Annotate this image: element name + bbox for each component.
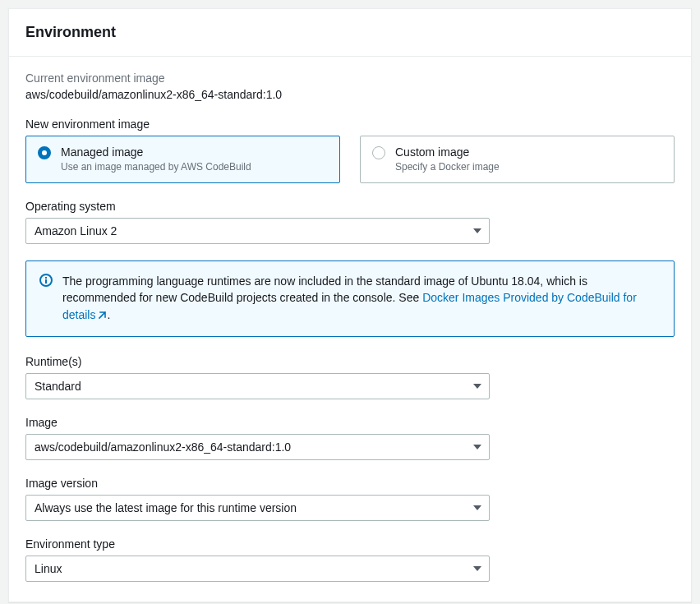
- image-version-select-value: Always use the latest image for this run…: [25, 495, 490, 521]
- image-group: Image aws/codebuild/amazonlinux2-x86_64-…: [25, 416, 675, 460]
- runtime-label: Runtime(s): [25, 355, 675, 368]
- custom-image-radio[interactable]: Custom image Specify a Docker image: [360, 136, 675, 183]
- env-type-label: Environment type: [25, 537, 675, 551]
- svg-rect-1: [45, 279, 47, 284]
- radio-indicator-icon: [38, 146, 51, 159]
- current-image-value: aws/codebuild/amazonlinux2-x86_64-standa…: [25, 88, 675, 101]
- new-image-group: New environment image Managed image Use …: [25, 118, 675, 183]
- panel-title: Environment: [25, 24, 675, 41]
- radio-indicator-icon: [372, 146, 385, 159]
- managed-image-radio[interactable]: Managed image Use an image managed by AW…: [25, 136, 340, 183]
- managed-image-sub: Use an image managed by AWS CodeBuild: [61, 161, 251, 173]
- env-type-group: Environment type Linux: [25, 537, 675, 582]
- os-label: Operating system: [25, 200, 675, 213]
- os-group: Operating system Amazon Linux 2: [25, 200, 675, 244]
- current-image-group: Current environment image aws/codebuild/…: [25, 71, 675, 101]
- os-select[interactable]: Amazon Linux 2: [25, 218, 490, 244]
- env-type-select-value: Linux: [25, 556, 490, 582]
- external-link-icon: [97, 308, 107, 325]
- custom-image-title: Custom image: [395, 145, 500, 159]
- image-version-group: Image version Always use the latest imag…: [25, 477, 675, 521]
- svg-rect-2: [45, 277, 47, 279]
- image-version-label: Image version: [25, 477, 675, 490]
- image-version-select[interactable]: Always use the latest image for this run…: [25, 495, 490, 521]
- env-type-select[interactable]: Linux: [25, 556, 490, 582]
- info-text-after: .: [107, 308, 110, 321]
- os-select-value: Amazon Linux 2: [25, 218, 490, 244]
- image-select[interactable]: aws/codebuild/amazonlinux2-x86_64-standa…: [25, 434, 490, 460]
- managed-image-title: Managed image: [61, 145, 251, 159]
- runtime-select-value: Standard: [25, 373, 490, 399]
- new-image-label: New environment image: [25, 118, 675, 131]
- image-label: Image: [25, 416, 675, 429]
- environment-panel: Environment Current environment image aw…: [8, 8, 692, 602]
- panel-header: Environment: [9, 9, 691, 57]
- info-icon: [39, 274, 53, 325]
- runtime-select[interactable]: Standard: [25, 373, 490, 399]
- current-image-label: Current environment image: [25, 71, 675, 85]
- runtime-info-alert: The programming language runtimes are no…: [25, 261, 675, 337]
- image-select-value: aws/codebuild/amazonlinux2-x86_64-standa…: [25, 434, 490, 460]
- info-text: The programming language runtimes are no…: [62, 273, 661, 325]
- panel-body: Current environment image aws/codebuild/…: [9, 57, 691, 602]
- runtime-group: Runtime(s) Standard: [25, 355, 675, 399]
- custom-image-sub: Specify a Docker image: [395, 161, 500, 173]
- image-type-radio-group: Managed image Use an image managed by AW…: [25, 136, 675, 183]
